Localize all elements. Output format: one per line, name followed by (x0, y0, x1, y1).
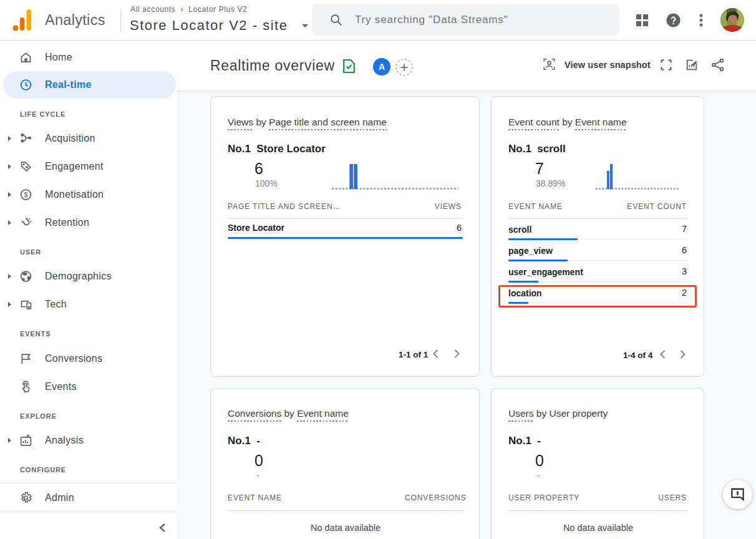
svg-text:$: $ (24, 191, 28, 198)
